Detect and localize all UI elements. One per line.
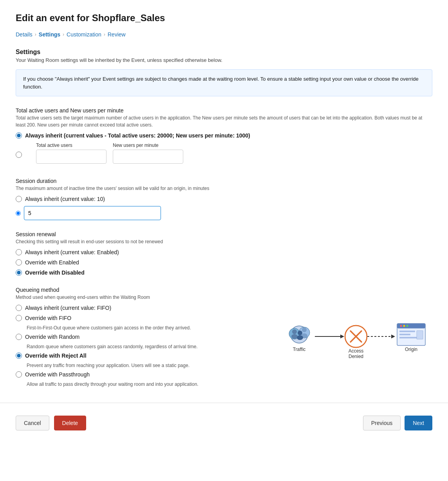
total-active-users-desc: Total active users sets the target maxim… [16,114,432,128]
breadcrumb-sep-3: › [104,32,105,37]
breadcrumb-details[interactable]: Details [16,31,33,38]
radio-row-random: Override with Random [16,334,268,340]
total-active-users-label: Total active users and New users per min… [16,107,432,114]
svg-point-7 [297,335,303,340]
svg-rect-22 [399,331,415,332]
page-title: Edit an event for Shopflare_Sales [16,13,432,24]
queueing-method-label: Queueing method [16,287,268,293]
svg-marker-10 [340,335,344,338]
session-duration-input[interactable] [24,206,161,220]
session-renewal-desc: Checking this setting will result in end… [16,238,432,245]
delete-button[interactable]: Delete [54,416,86,430]
radio-row-passthrough: Override with Passthrough [16,371,268,378]
radio-row-disabled-renewal: Override with Disabled [16,269,432,276]
radio-row-custom-users: Total active users New users per minute [16,143,432,167]
breadcrumb-settings[interactable]: Settings [39,31,60,38]
svg-point-6 [302,327,307,332]
radio-row-inherit-renewal: Always inherit (current value: Enabled) [16,249,432,255]
breadcrumb-sep-2: › [63,32,64,37]
svg-text:Traffic: Traffic [293,347,306,352]
footer-divider [0,403,448,403]
radio-custom-users[interactable] [16,152,22,158]
radio-fifo-label[interactable]: Override with FIFO [25,315,71,321]
radio-row-enabled-renewal: Override with Enabled [16,259,432,266]
svg-point-4 [292,329,297,334]
next-button[interactable]: Next [405,416,432,430]
svg-text:Denied: Denied [349,354,363,359]
radio-override-enabled-renewal[interactable] [16,259,22,266]
radio-inherit-duration[interactable] [16,196,22,202]
radio-row-custom-duration [16,206,432,220]
radio-inherit-queueing-label[interactable]: Always inherit (current value: FIFO) [25,305,111,311]
svg-point-21 [406,325,408,327]
radio-always-inherit-users-label[interactable]: Always inherit (current values - Total a… [25,132,250,139]
new-users-per-minute-field: New users per minute [113,143,183,164]
svg-point-8 [298,331,302,335]
new-users-per-minute-label: New users per minute [113,143,183,148]
radio-fifo[interactable] [16,315,22,321]
total-active-users-field-label: Total active users [36,143,107,148]
session-renewal-section: Session renewal Checking this setting wi… [16,231,432,276]
total-active-users-field: Total active users [36,143,107,164]
svg-marker-16 [391,335,395,338]
svg-rect-25 [417,331,423,339]
queueing-method-desc: Method used when queueing end-users with… [16,294,268,301]
cancel-button[interactable]: Cancel [16,416,49,430]
radio-override-enabled-renewal-label[interactable]: Override with Enabled [25,259,79,266]
radio-row-fifo: Override with FIFO [16,315,268,321]
radio-row-inherit-queueing: Always inherit (current value: FIFO) [16,305,268,311]
radio-inherit-duration-label[interactable]: Always inherit (current value: 10) [25,196,105,202]
breadcrumb-review[interactable]: Review [108,31,126,38]
radio-passthrough-label[interactable]: Override with Passthrough [25,371,90,378]
svg-point-3 [291,334,298,339]
breadcrumb-sep-1: › [35,32,36,37]
radio-random[interactable] [16,334,22,340]
svg-point-20 [403,325,405,327]
random-desc: Random queue where customers gain access… [27,344,268,349]
radio-passthrough[interactable] [16,371,22,378]
breadcrumb-customization[interactable]: Customization [67,31,101,38]
svg-rect-23 [399,334,410,335]
total-active-users-input[interactable] [36,150,107,164]
svg-point-19 [400,325,402,327]
breadcrumb: Details › Settings › Customization › Rev… [16,31,432,38]
session-renewal-label: Session renewal [16,231,432,237]
radio-reject-all-label[interactable]: Override with Reject All [25,353,87,359]
footer-right-actions: Previous Next [363,416,432,430]
settings-title: Settings [16,49,432,56]
radio-random-label[interactable]: Override with Random [25,334,79,340]
fifo-desc: First-In-First-Out queue where customers… [27,325,268,331]
svg-text:Access: Access [349,348,364,354]
radio-inherit-renewal[interactable] [16,249,22,255]
radio-row-always-inherit-users: Always inherit (current values - Total a… [16,132,432,139]
radio-override-disabled-renewal[interactable] [16,269,22,276]
footer: Cancel Delete Previous Next [0,416,448,443]
radio-inherit-renewal-label[interactable]: Always inherit (current value: Enabled) [25,249,119,255]
settings-section: Settings Your Waiting Room settings will… [16,49,432,96]
user-input-fields: Total active users New users per minute [36,143,183,164]
session-duration-label: Session duration [16,178,432,184]
queueing-diagram: Traffic Access Denied Origin [276,287,432,390]
passthrough-desc: Allow all traffic to pass directly throu… [27,382,268,387]
reject-desc: Prevent any traffic from reaching your a… [27,363,268,368]
radio-row-inherit-duration: Always inherit (current value: 10) [16,196,432,202]
radio-reject-all[interactable] [16,353,22,359]
radio-custom-duration[interactable] [16,211,21,216]
previous-button[interactable]: Previous [363,416,401,430]
queueing-options: Queueing method Method used when queuein… [16,287,268,390]
svg-text:Origin: Origin [405,347,417,352]
radio-override-disabled-renewal-label[interactable]: Override with Disabled [25,269,85,276]
queueing-method-section: Queueing method Method used when queuein… [16,287,432,390]
session-duration-desc: The maximum amount of inactive time the … [16,185,432,192]
info-box: If you choose "Always inherit" your Even… [16,69,432,96]
footer-left-actions: Cancel Delete [16,416,86,430]
session-duration-section: Session duration The maximum amount of i… [16,178,432,220]
new-users-per-minute-input[interactable] [113,150,183,164]
total-active-users-section: Total active users and New users per min… [16,107,432,167]
radio-always-inherit-users[interactable] [16,132,22,139]
diagram-svg: Traffic Access Denied Origin [280,307,428,370]
settings-description: Your Waiting Room settings will be inher… [16,57,432,63]
radio-row-reject: Override with Reject All [16,353,268,359]
radio-inherit-queueing[interactable] [16,305,22,311]
